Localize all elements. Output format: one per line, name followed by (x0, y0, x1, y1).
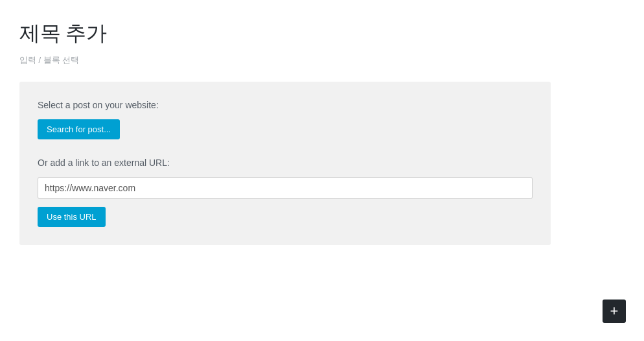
url-input[interactable] (38, 177, 533, 199)
plus-button[interactable]: + (603, 300, 626, 323)
search-for-post-button[interactable]: Search for post... (38, 119, 120, 139)
external-url-section: Or add a link to an external URL: Use th… (38, 158, 533, 227)
page-container: 제목 추가 입력 / 블록 선택 Select a post on your w… (0, 0, 644, 258)
select-post-label: Select a post on your website: (38, 100, 533, 110)
card: Select a post on your website: Search fo… (19, 82, 551, 245)
external-url-label: Or add a link to an external URL: (38, 158, 533, 168)
use-url-button[interactable]: Use this URL (38, 207, 106, 227)
breadcrumb: 입력 / 블록 선택 (19, 54, 625, 66)
page-title: 제목 추가 (19, 19, 625, 48)
